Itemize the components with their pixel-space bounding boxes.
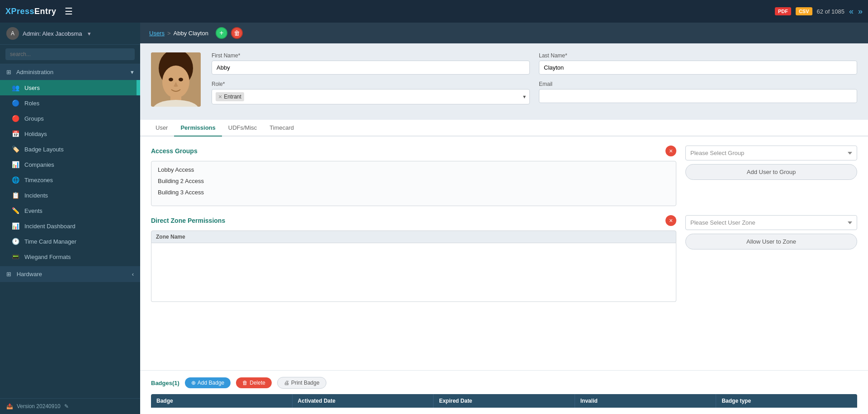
sidebar-item-roles-label: Roles <box>24 100 39 107</box>
form-row-name: First Name* Last Name* <box>212 52 857 75</box>
tab-udfs-misc[interactable]: UDFs/Misc <box>222 120 264 136</box>
role-tag: × Entrant <box>216 92 244 101</box>
sidebar-item-incidents-label: Incidents <box>24 192 48 199</box>
form-group-firstname: First Name* <box>212 52 530 75</box>
delete-user-button[interactable]: 🗑 <box>231 27 243 39</box>
search-input[interactable] <box>5 48 135 60</box>
admin-dropdown-arrow[interactable]: ▾ <box>88 30 91 37</box>
first-name-input[interactable] <box>212 61 530 75</box>
svg-point-4 <box>179 78 183 81</box>
badge-col-expired: Expired Date <box>434 394 575 408</box>
sidebar-item-events[interactable]: ✏️ Events <box>0 203 140 218</box>
form-group-role: Role* × Entrant ▾ <box>212 81 530 104</box>
hamburger-icon[interactable]: ☰ <box>65 6 73 17</box>
tab-permissions[interactable]: Permissions <box>174 120 222 136</box>
breadcrumb-users-link[interactable]: Users <box>149 30 165 37</box>
events-icon: ✏️ <box>11 207 20 214</box>
sidebar-item-incident-dashboard-label: Incident Dashboard <box>24 223 75 230</box>
access-groups-list-col: Access Groups × Lobby Access Building 2 … <box>151 146 676 206</box>
zone-table-header: Zone Name <box>151 231 676 243</box>
last-name-input[interactable] <box>539 61 857 75</box>
list-item: Lobby Access <box>154 164 673 175</box>
sidebar-item-wiegand-formats[interactable]: 📟 Wiegand Formats <box>0 249 140 264</box>
role-dropdown-arrow[interactable]: ▾ <box>523 94 526 100</box>
permissions-content: Access Groups × Lobby Access Building 2 … <box>140 136 868 370</box>
access-groups-title: Access Groups <box>151 147 198 155</box>
select-group-dropdown[interactable]: Please Select Group <box>685 146 857 160</box>
delete-icon: 🗑 <box>242 380 248 386</box>
sidebar-item-users[interactable]: 👥 Users <box>0 80 140 95</box>
sidebar-item-time-card-manager[interactable]: 🕐 Time Card Manager <box>0 234 140 249</box>
sidebar-item-holidays[interactable]: 📅 Holidays <box>0 126 140 141</box>
remove-direct-zone-button[interactable]: × <box>665 215 676 226</box>
sidebar-item-roles[interactable]: 🔵 Roles <box>0 95 140 111</box>
sidebar-section-hardware[interactable]: ⊞ Hardware ‹ <box>0 266 140 282</box>
badge-col-type: Badge type <box>716 394 857 408</box>
allow-user-to-zone-button[interactable]: Allow User to Zone <box>685 234 857 249</box>
csv-button[interactable]: CSV <box>796 7 812 15</box>
select-user-zone-dropdown[interactable]: Please Select User Zone <box>685 215 857 230</box>
sidebar-item-badge-layouts-label: Badge Layouts <box>24 146 64 153</box>
sidebar-item-incident-dashboard[interactable]: 📊 Incident Dashboard <box>0 218 140 234</box>
sidebar-item-timezones[interactable]: 🌐 Timezones <box>0 172 140 188</box>
form-group-lastname: Last Name* <box>539 52 857 75</box>
access-groups-right-panel: Please Select Group Add User to Group <box>685 146 857 206</box>
remove-access-groups-button[interactable]: × <box>665 146 676 156</box>
badges-title: Badges(1) <box>151 380 179 386</box>
role-tag-remove[interactable]: × <box>218 93 222 100</box>
administration-icon: ⊞ <box>6 69 11 75</box>
companies-icon: 📊 <box>11 161 20 168</box>
sidebar-user-section: A Admin: Alex Jacobsma ▾ <box>0 23 140 45</box>
tab-timecard[interactable]: Timecard <box>263 120 300 136</box>
sidebar-item-users-label: Users <box>24 85 40 91</box>
add-user-button[interactable]: + <box>216 27 227 39</box>
access-groups-header-row: Access Groups × <box>151 146 676 156</box>
breadcrumb-bar: Users > Abby Clayton + 🗑 <box>140 23 868 43</box>
sidebar-item-companies-label: Companies <box>24 161 54 168</box>
form-row-role-email: Role* × Entrant ▾ <box>212 81 857 104</box>
tabs-bar: User Permissions UDFs/Misc Timecard <box>140 120 868 136</box>
top-nav: XPressEntry ☰ PDF CSV 62 of 1085 « » <box>0 0 868 23</box>
next-page-arrow[interactable]: » <box>858 7 863 16</box>
sidebar-bottom: 📤 Version 20240910 ✎ <box>0 398 140 414</box>
sidebar-item-groups[interactable]: 🔴 Groups <box>0 111 140 126</box>
pdf-button[interactable]: PDF <box>775 7 791 15</box>
sidebar-item-incidents[interactable]: 📋 Incidents <box>0 188 140 203</box>
delete-badge-button[interactable]: 🗑 Delete <box>236 377 272 388</box>
tab-user[interactable]: User <box>149 120 174 136</box>
groups-icon: 🔴 <box>11 115 20 122</box>
prev-page-arrow[interactable]: « <box>849 7 854 16</box>
print-icon: 🖨 <box>284 380 289 386</box>
role-select-wrapper[interactable]: × Entrant ▾ <box>212 89 530 104</box>
sidebar-item-time-card-manager-label: Time Card Manager <box>24 238 76 245</box>
sidebar-item-badge-layouts[interactable]: 🏷️ Badge Layouts <box>0 141 140 157</box>
add-badge-button[interactable]: ⊕ Add Badge <box>185 377 231 388</box>
user-photo-placeholder <box>151 52 201 107</box>
hardware-icon: ⊞ <box>6 271 11 278</box>
main-layout: A Admin: Alex Jacobsma ▾ ⊞ Administratio… <box>0 23 868 414</box>
admin-avatar: A <box>6 27 19 40</box>
sidebar-item-companies[interactable]: 📊 Companies <box>0 157 140 172</box>
direct-zone-header-row: Direct Zone Permissions × <box>151 215 676 226</box>
email-input[interactable] <box>539 89 857 103</box>
hardware-chevron-icon: ‹ <box>132 271 134 278</box>
sidebar-item-wiegand-formats-label: Wiegand Formats <box>24 254 71 260</box>
version-label: Version 20240910 <box>17 403 61 409</box>
holidays-icon: 📅 <box>11 130 20 137</box>
add-user-to-group-button[interactable]: Add User to Group <box>685 164 857 180</box>
last-name-label: Last Name* <box>539 52 857 59</box>
version-link-icon[interactable]: ✎ <box>64 403 69 409</box>
email-label: Email <box>539 81 857 87</box>
sidebar-search-wrapper <box>0 45 140 64</box>
breadcrumb-current: Abby Clayton <box>174 30 208 37</box>
sidebar-item-groups-label: Groups <box>24 115 44 122</box>
zone-table-body <box>151 243 676 302</box>
sidebar-section-administration[interactable]: ⊞ Administration ▾ <box>0 64 140 80</box>
direct-zone-section: Direct Zone Permissions × Zone Name Plea… <box>151 215 857 302</box>
print-badge-button[interactable]: 🖨 Print Badge <box>277 377 326 389</box>
role-label: Role* <box>212 81 530 87</box>
timezones-icon: 🌐 <box>11 176 20 183</box>
form-group-email: Email <box>539 81 857 104</box>
access-groups-list: Lobby Access Building 2 Access Building … <box>151 161 676 206</box>
users-icon: 👥 <box>11 84 20 91</box>
